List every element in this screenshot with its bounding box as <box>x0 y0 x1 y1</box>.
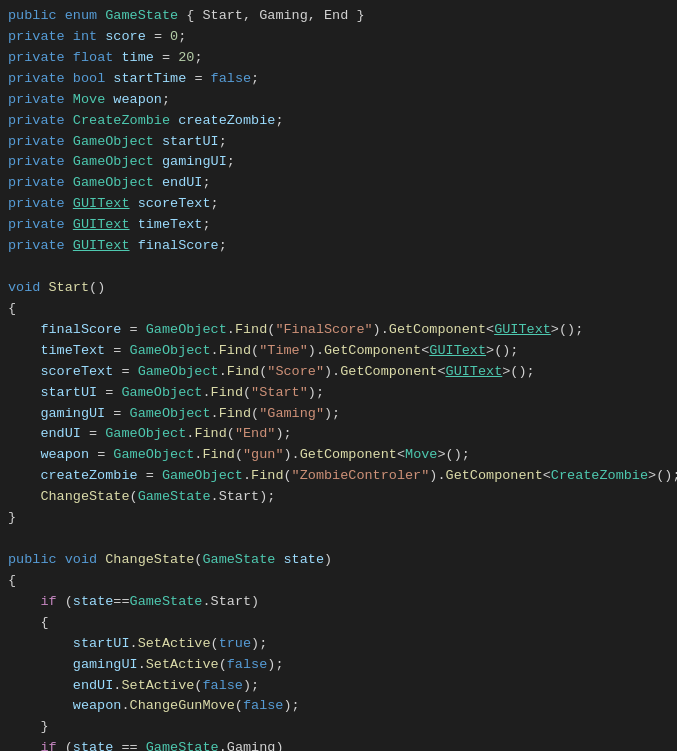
code-line-blank1 <box>8 257 669 278</box>
code-line-blank2 <box>8 529 669 550</box>
code-line-7: private GameObject startUI; <box>8 132 669 153</box>
code-line-4: private bool startTime = false; <box>8 69 669 90</box>
code-line-15: finalScore = GameObject.Find("FinalScore… <box>8 320 669 341</box>
code-line-17: scoreText = GameObject.Find("Score").Get… <box>8 362 669 383</box>
code-line-21: weapon = GameObject.Find("gun").GetCompo… <box>8 445 669 466</box>
code-line-23: ChangeState(GameState.Start); <box>8 487 669 508</box>
code-line-11: private GUIText timeText; <box>8 215 669 236</box>
code-line-28: { <box>8 613 669 634</box>
code-line-16: timeText = GameObject.Find("Time").GetCo… <box>8 341 669 362</box>
code-line-30: gamingUI.SetActive(false); <box>8 655 669 676</box>
code-line-34: if (state == GameState.Gaming) <box>8 738 669 751</box>
code-line-20: endUI = GameObject.Find("End"); <box>8 424 669 445</box>
code-line-8: private GameObject gamingUI; <box>8 152 669 173</box>
code-line-31: endUI.SetActive(false); <box>8 676 669 697</box>
code-line-10: private GUIText scoreText; <box>8 194 669 215</box>
code-line-22: createZombie = GameObject.Find("ZombieCo… <box>8 466 669 487</box>
code-line-6: private CreateZombie createZombie; <box>8 111 669 132</box>
code-line-29: startUI.SetActive(true); <box>8 634 669 655</box>
code-line-19: gamingUI = GameObject.Find("Gaming"); <box>8 404 669 425</box>
code-line-12: private GUIText finalScore; <box>8 236 669 257</box>
code-line-18: startUI = GameObject.Find("Start"); <box>8 383 669 404</box>
code-editor: public enum GameState { Start, Gaming, E… <box>0 0 677 751</box>
code-line-3: private float time = 20; <box>8 48 669 69</box>
code-line-26: { <box>8 571 669 592</box>
code-line-2: private int score = 0; <box>8 27 669 48</box>
code-line-33: } <box>8 717 669 738</box>
code-line-9: private GameObject endUI; <box>8 173 669 194</box>
code-line-32: weapon.ChangeGunMove(false); <box>8 696 669 717</box>
code-line-25: public void ChangeState(GameState state) <box>8 550 669 571</box>
code-line-13: void Start() <box>8 278 669 299</box>
code-line-14: { <box>8 299 669 320</box>
code-line-1: public enum GameState { Start, Gaming, E… <box>8 6 669 27</box>
code-line-5: private Move weapon; <box>8 90 669 111</box>
code-line-24: } <box>8 508 669 529</box>
code-line-27: if (state==GameState.Start) <box>8 592 669 613</box>
